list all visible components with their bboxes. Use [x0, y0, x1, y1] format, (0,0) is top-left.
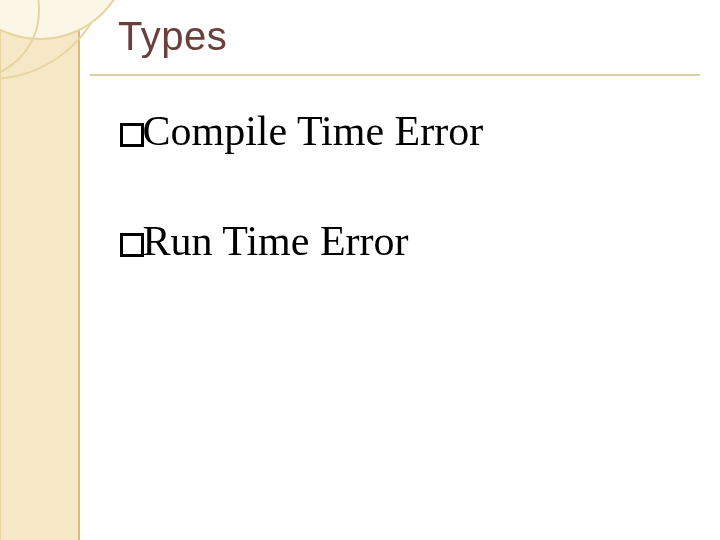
bullet-item: Run Time Error: [120, 220, 409, 262]
bullet-text: Compile Time Error: [143, 108, 484, 154]
bullet-text: Run Time Error: [143, 218, 409, 264]
slide-title: Types: [118, 14, 227, 59]
bullet-item: Compile Time Error: [120, 110, 483, 152]
decorative-left-strip: [0, 0, 80, 540]
title-underline: [90, 74, 700, 76]
